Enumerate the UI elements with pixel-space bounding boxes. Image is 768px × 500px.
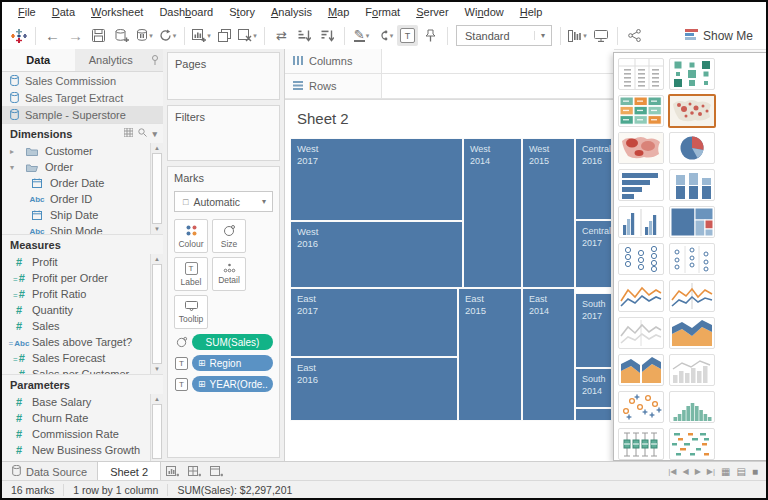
prev-tab-icon[interactable]: ◀ <box>683 467 689 476</box>
new-datasource-icon[interactable] <box>111 25 132 46</box>
treemap-cell-west-2016[interactable]: West2016 <box>290 221 463 288</box>
chevron-down-icon[interactable]: ▾ <box>152 129 157 139</box>
showme-area-discrete[interactable] <box>618 354 664 386</box>
treemap-cell-east-2014[interactable]: East2014 <box>522 288 575 421</box>
showme-side-by-side-circles[interactable] <box>669 243 715 275</box>
show-filmstrip-icon[interactable]: ▤ <box>737 466 746 477</box>
showme-highlight-table[interactable] <box>618 95 664 127</box>
field-profit-per-order[interactable]: =#Profit per Order <box>2 270 163 286</box>
detail-button[interactable]: Detail <box>212 257 246 291</box>
datasource-sales-commission[interactable]: Sales Commission <box>2 72 163 89</box>
showme-symbol-map[interactable] <box>668 94 716 128</box>
field-sales[interactable]: #Sales <box>2 318 163 334</box>
pin-icon[interactable] <box>147 49 163 71</box>
refresh-icon[interactable]: ▾ <box>157 25 178 46</box>
showme-area-continuous[interactable] <box>669 317 715 349</box>
pill-year-orde[interactable]: ⊞YEAR(Orde.. <box>192 376 273 392</box>
showme-box-and-whisker[interactable] <box>618 428 664 460</box>
show-me-button[interactable]: Show Me <box>677 26 761 45</box>
field-profit-ratio[interactable]: =#Profit Ratio <box>2 286 163 302</box>
showme-side-by-side-bars[interactable] <box>618 206 664 238</box>
menu-help[interactable]: Help <box>512 3 551 21</box>
treemap-cell-west-2017[interactable]: West2017 <box>290 138 463 221</box>
new-worksheet-icon[interactable]: ▾ <box>191 25 212 46</box>
search-icon[interactable] <box>138 128 147 139</box>
view-mode-dropdown[interactable]: Standard ▾ <box>456 25 552 46</box>
forward-icon[interactable]: → <box>65 25 86 46</box>
field-quantity[interactable]: #Quantity <box>2 302 163 318</box>
field-base-salary[interactable]: #Base Salary <box>2 394 163 410</box>
duplicate-sheet-icon[interactable] <box>214 25 235 46</box>
field-churn-rate[interactable]: #Churn Rate <box>2 410 163 426</box>
group-members-icon[interactable]: ▾ <box>374 25 395 46</box>
field-sales-per-customer[interactable]: =#Sales per Customer <box>2 366 163 374</box>
mark-type-dropdown[interactable]: □ Automatic ▾ <box>174 191 273 212</box>
treemap-cell-east-2015[interactable]: East2015 <box>458 288 522 421</box>
showme-pie-chart[interactable] <box>669 132 715 164</box>
tab-analytics[interactable]: Analytics <box>75 49 148 71</box>
menu-format[interactable]: Format <box>357 3 408 21</box>
collapse-icon[interactable]: ▾ <box>10 163 19 172</box>
view-as-grid-icon[interactable] <box>124 128 133 139</box>
last-tab-icon[interactable]: ▶| <box>707 467 715 476</box>
show-mark-labels-icon[interactable]: T <box>397 25 418 46</box>
menu-dashboard[interactable]: Dashboard <box>151 3 221 21</box>
filters-shelf[interactable]: Filters <box>167 105 280 161</box>
scrollbar[interactable]: ▲▼ <box>150 394 163 461</box>
field-new-business-growth[interactable]: #New Business Growth <box>2 442 163 458</box>
show-tabs-icon[interactable]: ■ <box>752 466 758 477</box>
treemap-cell-east-2016[interactable]: East2016 <box>290 357 458 421</box>
columns-shelf[interactable] <box>382 49 614 73</box>
showme-stacked-bars[interactable] <box>669 169 715 201</box>
menu-data[interactable]: Data <box>44 3 83 21</box>
menu-worksheet[interactable]: Worksheet <box>83 3 151 21</box>
back-icon[interactable]: ← <box>42 25 63 46</box>
treemap-cell-west-2015[interactable]: West2015 <box>522 138 575 288</box>
pause-updates-icon[interactable]: ▾ <box>134 25 155 46</box>
datasource-tab[interactable]: Data Source <box>2 462 97 481</box>
tooltip-button[interactable]: Tooltip <box>174 295 208 329</box>
showme-treemap[interactable] <box>669 206 715 238</box>
fix-axes-icon[interactable] <box>420 25 441 46</box>
rows-shelf[interactable] <box>382 74 614 98</box>
presentation-mode-icon[interactable] <box>590 25 611 46</box>
menu-map[interactable]: Map <box>320 3 357 21</box>
field-order-date[interactable]: Order Date <box>2 175 163 191</box>
colour-button[interactable]: Colour <box>174 219 208 253</box>
menu-window[interactable]: Window <box>457 3 512 21</box>
field-commission-rate[interactable]: #Commission Rate <box>2 426 163 442</box>
showme-histogram[interactable] <box>669 391 715 423</box>
scrollbar[interactable]: ▲▼ <box>150 254 163 374</box>
field-order-id[interactable]: AbcOrder ID <box>2 191 163 207</box>
showme-horizontal-bars[interactable] <box>618 169 664 201</box>
highlight-icon[interactable]: ✎▾ <box>351 25 372 46</box>
new-worksheet-button[interactable] <box>161 462 183 481</box>
treemap-cell-south-2014[interactable]: South2014 <box>575 368 612 408</box>
field-ship-date[interactable]: Ship Date <box>2 207 163 223</box>
scrollbar[interactable]: ▲▼ <box>150 143 163 234</box>
treemap-cell-central-2016[interactable]: Central2016 <box>575 138 612 220</box>
tab-data[interactable]: Data <box>2 49 75 71</box>
field-sales-above-target[interactable]: =AbcSales above Target? <box>2 334 163 350</box>
size-button[interactable]: Size <box>212 219 246 253</box>
field-customer[interactable]: ▸Customer <box>2 143 163 159</box>
chevron-down-icon[interactable]: ▾ <box>534 31 551 40</box>
save-icon[interactable] <box>88 25 109 46</box>
showme-circle-views[interactable] <box>618 243 664 275</box>
showme-lines-discrete[interactable] <box>669 280 715 312</box>
hierarchy-plus-icon[interactable]: ⊞ <box>198 379 206 389</box>
new-story-button[interactable] <box>205 462 227 481</box>
treemap-cell-west-2014[interactable]: West2014 <box>463 138 522 288</box>
field-sales-forecast[interactable]: =#Sales Forecast <box>2 350 163 366</box>
expand-icon[interactable]: ▸ <box>10 147 19 156</box>
hierarchy-plus-icon[interactable]: ⊞ <box>198 358 206 368</box>
sort-ascending-icon[interactable] <box>294 25 315 46</box>
clear-sheet-icon[interactable]: ▾ <box>237 25 258 46</box>
field-ship-mode[interactable]: AbcShip Mode <box>2 223 163 234</box>
first-tab-icon[interactable]: |◀ <box>668 467 676 476</box>
next-tab-icon[interactable]: ▶ <box>695 467 701 476</box>
swap-rows-columns-icon[interactable]: ⇄ <box>271 25 292 46</box>
menu-story[interactable]: Story <box>221 3 263 21</box>
new-dashboard-button[interactable] <box>183 462 205 481</box>
field-profit[interactable]: #Profit <box>2 254 163 270</box>
